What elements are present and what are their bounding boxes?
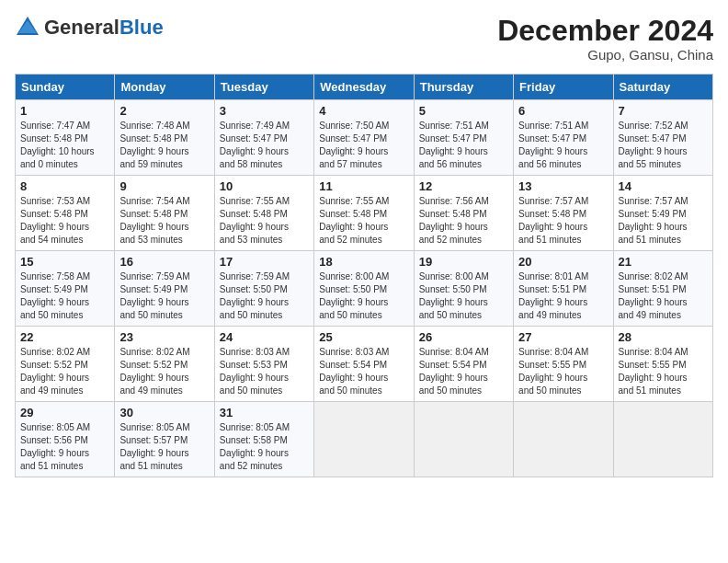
day-details: Sunrise: 8:00 AMSunset: 5:50 PMDaylight:… — [319, 270, 408, 322]
page-header: GeneralBlue December 2024 Gupo, Gansu, C… — [15, 15, 713, 63]
calendar-cell: 11Sunrise: 7:55 AMSunset: 5:48 PMDayligh… — [314, 176, 414, 251]
day-details: Sunrise: 8:01 AMSunset: 5:51 PMDaylight:… — [518, 270, 608, 322]
calendar-cell: 30Sunrise: 8:05 AMSunset: 5:57 PMDayligh… — [115, 402, 214, 477]
day-details: Sunrise: 7:59 AMSunset: 5:49 PMDaylight:… — [119, 270, 209, 322]
logo: GeneralBlue — [15, 15, 164, 40]
calendar-cell: 8Sunrise: 7:53 AMSunset: 5:48 PMDaylight… — [16, 176, 115, 251]
day-number: 20 — [518, 255, 608, 269]
day-details: Sunrise: 7:50 AMSunset: 5:47 PMDaylight:… — [319, 120, 408, 171]
day-details: Sunrise: 8:05 AMSunset: 5:58 PMDaylight:… — [220, 421, 309, 473]
logo-icon — [15, 15, 40, 40]
calendar-cell: 5Sunrise: 7:51 AMSunset: 5:47 PMDaylight… — [414, 100, 513, 176]
day-number: 4 — [319, 104, 408, 118]
calendar-cell: 10Sunrise: 7:55 AMSunset: 5:48 PMDayligh… — [214, 176, 313, 251]
day-details: Sunrise: 7:55 AMSunset: 5:48 PMDaylight:… — [319, 195, 408, 247]
day-number: 30 — [119, 406, 209, 419]
calendar-cell: 31Sunrise: 8:05 AMSunset: 5:58 PMDayligh… — [214, 402, 313, 477]
calendar-cell: 24Sunrise: 8:03 AMSunset: 5:53 PMDayligh… — [214, 327, 313, 402]
calendar-cell: 4Sunrise: 7:50 AMSunset: 5:47 PMDaylight… — [314, 100, 414, 176]
day-details: Sunrise: 8:05 AMSunset: 5:57 PMDaylight:… — [119, 421, 209, 473]
day-of-week-header: Monday — [115, 75, 214, 100]
day-details: Sunrise: 7:52 AMSunset: 5:47 PMDaylight:… — [619, 120, 708, 171]
day-of-week-header: Sunday — [16, 75, 115, 100]
calendar-cell: 19Sunrise: 8:00 AMSunset: 5:50 PMDayligh… — [414, 251, 513, 327]
day-details: Sunrise: 8:02 AMSunset: 5:51 PMDaylight:… — [619, 270, 708, 322]
day-number: 25 — [319, 330, 408, 344]
day-details: Sunrise: 7:51 AMSunset: 5:47 PMDaylight:… — [419, 120, 508, 171]
day-details: Sunrise: 7:53 AMSunset: 5:48 PMDaylight:… — [20, 195, 109, 247]
day-details: Sunrise: 8:02 AMSunset: 5:52 PMDaylight:… — [20, 346, 109, 397]
calendar-week-row: 29Sunrise: 8:05 AMSunset: 5:56 PMDayligh… — [16, 402, 713, 477]
day-number: 19 — [419, 255, 508, 269]
calendar-cell: 21Sunrise: 8:02 AMSunset: 5:51 PMDayligh… — [613, 251, 712, 327]
day-details: Sunrise: 7:57 AMSunset: 5:49 PMDaylight:… — [619, 195, 708, 247]
calendar-cell: 13Sunrise: 7:57 AMSunset: 5:48 PMDayligh… — [514, 176, 613, 251]
day-number: 9 — [119, 179, 209, 193]
day-details: Sunrise: 7:57 AMSunset: 5:48 PMDaylight:… — [518, 195, 608, 247]
location-subtitle: Gupo, Gansu, China — [497, 47, 713, 63]
calendar-cell: 25Sunrise: 8:03 AMSunset: 5:54 PMDayligh… — [314, 327, 414, 402]
calendar-cell — [414, 402, 513, 477]
day-number: 6 — [518, 104, 608, 118]
calendar-week-row: 22Sunrise: 8:02 AMSunset: 5:52 PMDayligh… — [16, 327, 713, 402]
day-number: 13 — [518, 179, 608, 193]
day-details: Sunrise: 7:49 AMSunset: 5:47 PMDaylight:… — [220, 120, 309, 171]
day-details: Sunrise: 7:48 AMSunset: 5:48 PMDaylight:… — [119, 120, 209, 171]
day-number: 27 — [518, 330, 608, 344]
calendar-cell — [514, 402, 613, 477]
day-of-week-header: Wednesday — [314, 75, 414, 100]
day-number: 21 — [619, 255, 708, 269]
day-details: Sunrise: 8:00 AMSunset: 5:50 PMDaylight:… — [419, 270, 508, 322]
calendar-cell: 2Sunrise: 7:48 AMSunset: 5:48 PMDaylight… — [115, 100, 214, 176]
day-number: 29 — [20, 406, 109, 419]
day-number: 1 — [20, 104, 109, 118]
day-details: Sunrise: 8:03 AMSunset: 5:53 PMDaylight:… — [220, 346, 309, 397]
calendar-cell: 9Sunrise: 7:54 AMSunset: 5:48 PMDaylight… — [115, 176, 214, 251]
svg-marker-1 — [18, 20, 37, 33]
day-number: 16 — [119, 255, 209, 269]
day-details: Sunrise: 7:58 AMSunset: 5:49 PMDaylight:… — [20, 270, 109, 322]
logo-blue-text: Blue — [119, 16, 164, 39]
day-of-week-header: Thursday — [414, 75, 513, 100]
calendar-table: SundayMondayTuesdayWednesdayThursdayFrid… — [15, 74, 713, 477]
calendar-cell: 29Sunrise: 8:05 AMSunset: 5:56 PMDayligh… — [16, 402, 115, 477]
calendar-cell: 3Sunrise: 7:49 AMSunset: 5:47 PMDaylight… — [214, 100, 313, 176]
day-number: 23 — [119, 330, 209, 344]
day-number: 31 — [220, 406, 309, 419]
calendar-header-row: SundayMondayTuesdayWednesdayThursdayFrid… — [16, 75, 713, 100]
day-details: Sunrise: 8:03 AMSunset: 5:54 PMDaylight:… — [319, 346, 408, 397]
day-number: 10 — [220, 179, 309, 193]
day-of-week-header: Friday — [514, 75, 613, 100]
day-number: 26 — [419, 330, 508, 344]
day-number: 7 — [619, 104, 708, 118]
day-number: 3 — [220, 104, 309, 118]
day-details: Sunrise: 7:51 AMSunset: 5:47 PMDaylight:… — [518, 120, 608, 171]
day-number: 24 — [220, 330, 309, 344]
calendar-cell: 22Sunrise: 8:02 AMSunset: 5:52 PMDayligh… — [16, 327, 115, 402]
day-number: 15 — [20, 255, 109, 269]
day-number: 14 — [619, 179, 708, 193]
calendar-cell: 27Sunrise: 8:04 AMSunset: 5:55 PMDayligh… — [514, 327, 613, 402]
day-number: 2 — [119, 104, 209, 118]
day-details: Sunrise: 7:55 AMSunset: 5:48 PMDaylight:… — [220, 195, 309, 247]
calendar-cell: 23Sunrise: 8:02 AMSunset: 5:52 PMDayligh… — [115, 327, 214, 402]
calendar-cell: 26Sunrise: 8:04 AMSunset: 5:54 PMDayligh… — [414, 327, 513, 402]
calendar-cell: 20Sunrise: 8:01 AMSunset: 5:51 PMDayligh… — [514, 251, 613, 327]
calendar-cell: 16Sunrise: 7:59 AMSunset: 5:49 PMDayligh… — [115, 251, 214, 327]
calendar-cell: 7Sunrise: 7:52 AMSunset: 5:47 PMDaylight… — [613, 100, 712, 176]
day-details: Sunrise: 7:59 AMSunset: 5:50 PMDaylight:… — [220, 270, 309, 322]
calendar-week-row: 1Sunrise: 7:47 AMSunset: 5:48 PMDaylight… — [16, 100, 713, 176]
day-number: 18 — [319, 255, 408, 269]
logo-general-text: General — [44, 16, 119, 39]
day-details: Sunrise: 8:04 AMSunset: 5:54 PMDaylight:… — [419, 346, 508, 397]
calendar-cell — [613, 402, 712, 477]
title-block: December 2024 Gupo, Gansu, China — [497, 15, 713, 63]
day-details: Sunrise: 7:54 AMSunset: 5:48 PMDaylight:… — [119, 195, 209, 247]
calendar-cell: 6Sunrise: 7:51 AMSunset: 5:47 PMDaylight… — [514, 100, 613, 176]
day-details: Sunrise: 7:56 AMSunset: 5:48 PMDaylight:… — [419, 195, 508, 247]
day-number: 12 — [419, 179, 508, 193]
calendar-week-row: 15Sunrise: 7:58 AMSunset: 5:49 PMDayligh… — [16, 251, 713, 327]
calendar-cell: 15Sunrise: 7:58 AMSunset: 5:49 PMDayligh… — [16, 251, 115, 327]
day-number: 8 — [20, 179, 109, 193]
day-details: Sunrise: 8:02 AMSunset: 5:52 PMDaylight:… — [119, 346, 209, 397]
